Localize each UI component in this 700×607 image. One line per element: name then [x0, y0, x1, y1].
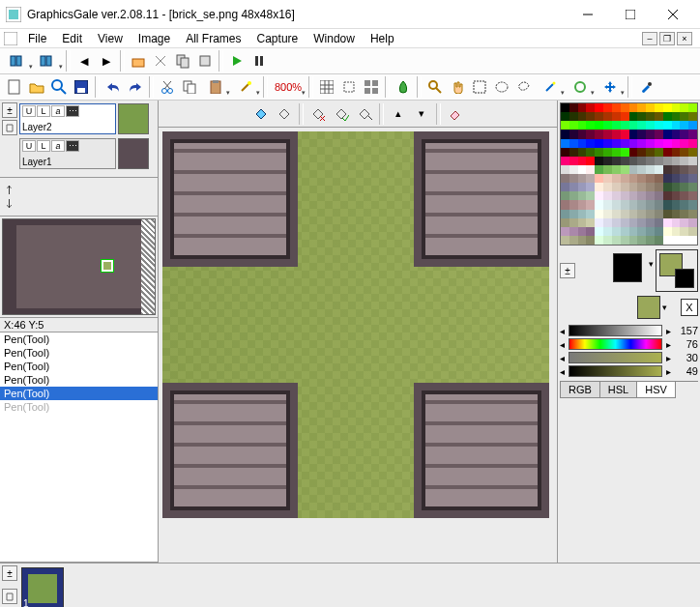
history-item[interactable]: Pen(Tool)	[0, 360, 158, 373]
palette-swatch[interactable]	[680, 112, 688, 121]
palette-swatch[interactable]	[569, 148, 578, 157]
palette-swatch[interactable]	[688, 227, 697, 236]
color-select-icon[interactable]: ▾	[566, 76, 595, 98]
palette-swatch[interactable]	[655, 103, 663, 112]
palette-swatch[interactable]	[561, 174, 569, 183]
palette-swatch[interactable]	[569, 227, 578, 236]
color-tab-rgb[interactable]: RGB	[560, 382, 600, 398]
palette-swatch[interactable]	[603, 174, 612, 183]
slider-track[interactable]	[569, 365, 662, 377]
palette-swatch[interactable]	[586, 218, 595, 227]
palette-swatch[interactable]	[578, 103, 587, 112]
palette-swatch[interactable]	[612, 200, 621, 209]
palette-swatch[interactable]	[612, 157, 621, 165]
palette-swatch[interactable]	[621, 103, 629, 112]
palette-swatch[interactable]	[646, 174, 655, 183]
palette-swatch[interactable]	[578, 183, 587, 191]
palette-swatch[interactable]	[603, 191, 612, 200]
palette-swatch[interactable]	[629, 174, 638, 183]
palette-swatch[interactable]	[612, 112, 621, 121]
palette-swatch[interactable]	[586, 183, 595, 191]
palette-swatch[interactable]	[595, 165, 603, 174]
pause-icon[interactable]	[248, 50, 270, 72]
palette-swatch[interactable]	[655, 174, 663, 183]
palette-swatch[interactable]	[595, 174, 603, 183]
palette-swatch[interactable]	[621, 157, 629, 165]
fill-tool-icon[interactable]	[250, 103, 272, 125]
palette-swatch[interactable]	[680, 139, 688, 148]
palette-swatch[interactable]	[672, 121, 681, 130]
palette-swatch[interactable]	[663, 165, 672, 174]
frame-action1-icon[interactable]	[128, 50, 149, 72]
palette-swatch[interactable]	[621, 148, 629, 157]
palette-swatch[interactable]	[561, 157, 569, 165]
menu-window[interactable]: Window	[306, 30, 362, 47]
palette-swatch[interactable]	[680, 218, 688, 227]
palette-swatch[interactable]	[586, 227, 595, 236]
layer-delete-icon[interactable]	[2, 120, 17, 135]
palette-swatch[interactable]	[646, 157, 655, 165]
palette-swatch[interactable]	[663, 148, 672, 157]
palette-swatch[interactable]	[672, 157, 681, 165]
down-caret-icon[interactable]: ▾	[411, 103, 432, 125]
palette-menu-icon[interactable]: ±	[560, 263, 575, 278]
frame-thumbnail[interactable]: 1	[21, 567, 64, 607]
palette-swatch[interactable]	[646, 165, 655, 174]
palette-swatch[interactable]	[621, 165, 629, 174]
palette-swatch[interactable]	[569, 174, 578, 183]
fg-swatch[interactable]	[613, 253, 642, 282]
palette-swatch[interactable]	[595, 157, 603, 165]
palette-swatch[interactable]	[612, 227, 621, 236]
wand-icon[interactable]: ▾	[536, 76, 565, 98]
palette-swatch[interactable]	[655, 191, 663, 200]
palette-swatch[interactable]	[655, 165, 663, 174]
palette-swatch[interactable]	[655, 112, 663, 121]
palette-swatch[interactable]	[621, 174, 629, 183]
palette-swatch[interactable]	[637, 148, 646, 157]
palette-swatch[interactable]	[637, 103, 646, 112]
palette-swatch[interactable]	[595, 227, 603, 236]
palette-swatch[interactable]	[561, 191, 569, 200]
palette-swatch[interactable]	[629, 227, 638, 236]
palette-swatch[interactable]	[612, 165, 621, 174]
palette-swatch[interactable]	[561, 218, 569, 227]
history-item[interactable]: Pen(Tool)	[0, 373, 158, 387]
navigator-canvas[interactable]	[2, 218, 156, 315]
palette-swatch[interactable]	[561, 236, 569, 245]
palette-swatch[interactable]	[621, 183, 629, 191]
palette-swatch[interactable]	[578, 210, 587, 218]
palette-swatch[interactable]	[629, 191, 638, 200]
palette-swatch[interactable]	[595, 236, 603, 245]
mdi-close-button[interactable]: ×	[677, 32, 692, 45]
palette-swatch[interactable]	[586, 210, 595, 218]
palette-swatch[interactable]	[603, 227, 612, 236]
palette-swatch[interactable]	[578, 130, 587, 138]
palette-swatch[interactable]	[680, 174, 688, 183]
bg-swatch[interactable]	[675, 269, 694, 288]
palette-swatch[interactable]	[569, 191, 578, 200]
palette-swatch[interactable]	[603, 200, 612, 209]
palette-swatch[interactable]	[663, 227, 672, 236]
palette-swatch[interactable]	[586, 174, 595, 183]
palette-swatch[interactable]	[629, 130, 638, 138]
palette-swatch[interactable]	[595, 191, 603, 200]
palette-swatch[interactable]	[578, 112, 587, 121]
palette-swatch[interactable]	[612, 103, 621, 112]
palette-swatch[interactable]	[595, 200, 603, 209]
palette-swatch[interactable]	[612, 174, 621, 183]
palette-swatch[interactable]	[603, 210, 612, 218]
palette-swatch[interactable]	[663, 130, 672, 138]
palette-swatch[interactable]	[578, 174, 587, 183]
palette-swatch[interactable]	[561, 227, 569, 236]
palette-swatch[interactable]	[688, 210, 697, 218]
palette-swatch[interactable]	[578, 148, 587, 157]
rect-select-icon[interactable]	[469, 76, 490, 98]
palette-swatch[interactable]	[646, 130, 655, 138]
palette-swatch[interactable]	[655, 130, 663, 138]
cut-icon[interactable]	[157, 76, 178, 98]
mdi-minimize-button[interactable]: –	[642, 32, 657, 45]
snap-icon[interactable]	[338, 76, 360, 98]
color-slider[interactable]: ◂▸30	[560, 352, 698, 363]
palette-swatch[interactable]	[569, 200, 578, 209]
onion-icon[interactable]	[393, 76, 414, 98]
